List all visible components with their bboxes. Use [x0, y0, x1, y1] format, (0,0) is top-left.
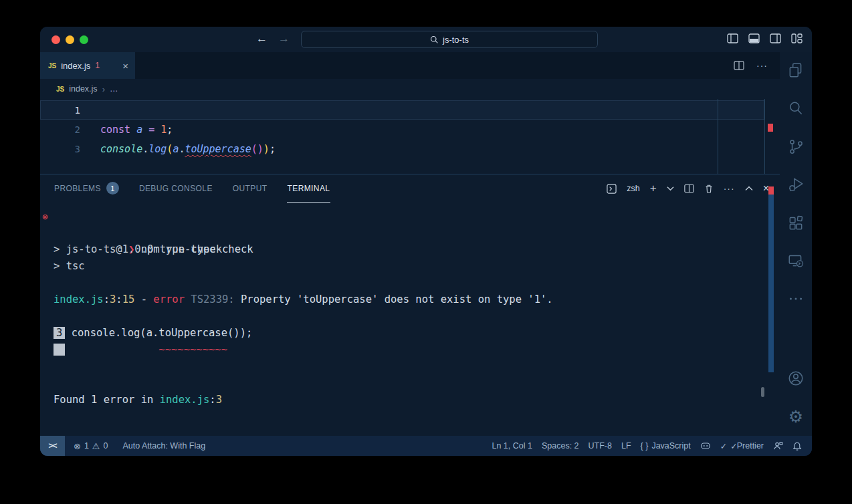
js-file-icon: JS	[48, 62, 56, 70]
terminal-row: > js-to-ts@1.0.0 type-check	[40, 241, 780, 258]
terminal-row-squiggle: ~~~~~~~~~~~	[40, 342, 780, 358]
error-icon: ⊗	[74, 441, 81, 451]
remote-indicator[interactable]: ><	[40, 436, 65, 456]
search-value: js-to-ts	[443, 35, 469, 45]
nav-back-button[interactable]: ←	[256, 32, 268, 45]
terminal-row	[40, 358, 780, 375]
toggle-panel-button[interactable]	[748, 33, 760, 43]
account-icon[interactable]	[787, 370, 805, 387]
panel-tab-terminal[interactable]: TERMINAL	[287, 174, 331, 203]
toggle-secondary-sidebar-button[interactable]	[770, 33, 781, 43]
code-line-3[interactable]: console.log(a.toUppercase());	[80, 143, 276, 155]
scrollbar-error-marker	[768, 186, 774, 195]
terminal-row-summary: Found 1 error in index.js:3	[40, 392, 780, 408]
minimize-window-button[interactable]	[66, 35, 74, 44]
code-line-2[interactable]: const a = 1;	[80, 124, 173, 136]
breadcrumb-symbol[interactable]: …	[110, 84, 119, 94]
source-control-icon[interactable]	[787, 138, 805, 155]
bottom-panel: PROBLEMS 1 DEBUG CONSOLE OUTPUT TERMINAL	[40, 174, 780, 436]
terminal-row-error: index.js:3:15 - error TS2339: Property '…	[40, 291, 780, 308]
run-debug-icon[interactable]	[787, 176, 805, 193]
code-editor[interactable]: 1 2 const a = 1; 3 console.log(a.toUpper…	[40, 99, 780, 174]
line-number[interactable]: 2	[40, 124, 80, 135]
problems-status[interactable]: ⊗ 1 ⚠ 0	[69, 441, 112, 451]
tab-close-button[interactable]: ×	[122, 60, 128, 72]
line-number[interactable]: 1	[40, 105, 80, 116]
terminal-row	[40, 375, 780, 392]
vscode-window: ← → js-to-ts	[40, 27, 812, 456]
panel-header: PROBLEMS 1 DEBUG CONSOLE OUTPUT TERMINAL	[40, 174, 780, 203]
auto-attach-status[interactable]: Auto Attach: With Flag	[118, 441, 210, 451]
search-icon[interactable]	[787, 100, 805, 117]
terminal-row: > tsc	[40, 258, 780, 275]
more-views-icon[interactable]	[787, 290, 805, 307]
terminal-shell-label: zsh	[627, 184, 639, 193]
terminal-scrollbar[interactable]	[768, 186, 774, 372]
check-icon: ✓	[720, 441, 727, 451]
title-bar: ← → js-to-ts	[40, 27, 812, 52]
terminal-output[interactable]: ⊗ ❯ npm run type-check > js-to-ts@1.0.0 …	[40, 203, 780, 436]
notifications-bell-button[interactable]	[788, 441, 807, 451]
cursor-position-status[interactable]: Ln 1, Col 1	[487, 441, 536, 451]
close-window-button[interactable]	[51, 35, 60, 44]
status-bar: >< ⊗ 1 ⚠ 0 Auto Attach: With Flag Ln 1, …	[40, 436, 812, 456]
js-file-icon: JS	[56, 86, 64, 93]
tab-problems-badge: 1	[95, 61, 100, 70]
nav-forward-button[interactable]: →	[278, 32, 290, 45]
explorer-icon[interactable]	[787, 61, 805, 79]
tab-index-js[interactable]: JS index.js 1 ×	[40, 52, 135, 79]
new-terminal-button[interactable]: +	[650, 182, 657, 195]
zoom-window-button[interactable]	[80, 35, 88, 44]
terminal-row-snippet: 3 console.log(a.toUppercase());	[40, 325, 780, 342]
copilot-status[interactable]	[696, 441, 716, 451]
maximize-panel-button[interactable]	[745, 186, 753, 191]
search-icon	[430, 35, 439, 44]
traffic-lights	[51, 35, 88, 44]
language-status[interactable]: { } JavaScript	[636, 441, 696, 451]
terminal-row: ⊗ ❯ npm run type-check	[40, 208, 780, 225]
extensions-icon[interactable]	[787, 214, 805, 231]
indentation-status[interactable]: Spaces: 2	[537, 441, 584, 451]
encoding-status[interactable]: UTF-8	[584, 441, 617, 451]
terminal-row	[40, 225, 780, 241]
tab-strip: JS index.js 1 × ···	[40, 52, 780, 79]
settings-gear-icon[interactable]: ⚙	[788, 408, 803, 425]
panel-tab-debug-console[interactable]: DEBUG CONSOLE	[138, 174, 213, 203]
kill-terminal-button[interactable]	[704, 184, 714, 194]
command-center-search[interactable]: js-to-ts	[301, 31, 598, 48]
copilot-icon	[700, 441, 711, 451]
problems-count-badge: 1	[106, 182, 119, 195]
feedback-button[interactable]	[768, 441, 788, 451]
customize-layout-button[interactable]	[791, 33, 803, 43]
activity-bar: ⚙	[780, 52, 812, 436]
scrollbar-thumb[interactable]	[761, 387, 764, 397]
tab-label: index.js	[61, 61, 90, 71]
breadcrumb: JS index.js › …	[40, 79, 780, 99]
split-terminal-button[interactable]	[684, 184, 694, 193]
panel-tab-output[interactable]: OUTPUT	[232, 174, 268, 203]
terminal-row	[40, 275, 780, 291]
toggle-sidebar-button[interactable]	[727, 33, 738, 43]
terminal-row	[40, 308, 780, 325]
panel-more-actions-button[interactable]: ···	[724, 183, 735, 194]
braces-icon: { }	[641, 441, 649, 451]
panel-tab-problems[interactable]: PROBLEMS 1	[54, 174, 120, 203]
feedback-icon	[773, 441, 783, 451]
terminal-dropdown-button[interactable]	[667, 186, 674, 191]
breadcrumb-file[interactable]: index.js	[69, 84, 97, 94]
warning-icon: ⚠	[92, 441, 100, 451]
bell-icon	[792, 441, 802, 451]
remote-explorer-icon[interactable]	[787, 252, 805, 269]
line-number[interactable]: 3	[40, 144, 80, 154]
editor-more-actions-button[interactable]: ···	[756, 60, 768, 71]
chevron-right-icon: ›	[102, 84, 105, 94]
split-editor-button[interactable]	[734, 61, 744, 70]
eol-status[interactable]: LF	[617, 441, 636, 451]
command-failed-icon: ⊗	[42, 209, 47, 225]
formatter-status[interactable]: ✓ ✓ Prettier	[716, 441, 768, 451]
terminal-icon	[607, 184, 617, 194]
